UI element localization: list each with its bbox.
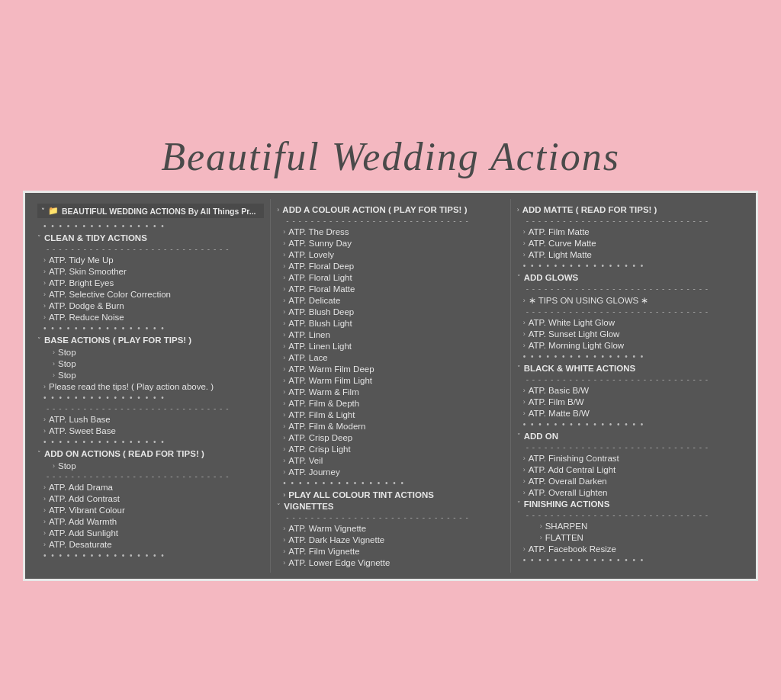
chevron-base: ˅ <box>37 336 41 344</box>
sep-col3-4: - - - - - - - - - - - - - - - - - - - - … <box>517 374 744 384</box>
item-skin-smoother[interactable]: › ATP. Skin Smoother <box>37 265 264 277</box>
vignettes-header[interactable]: ˅ VIGNETTES <box>277 500 503 512</box>
item-flatten[interactable]: › FLATTEN <box>517 531 744 543</box>
bw-actions-header[interactable]: ˅ BLACK & WHITE ACTIONS <box>517 362 744 374</box>
item-linen[interactable]: › ATP. Linen <box>277 329 503 340</box>
stop-3[interactable]: › Stop <box>37 369 264 381</box>
add-on-actions-header[interactable]: ˅ ADD ON ACTIONS ( READ FOR TIPS! ) <box>37 448 264 460</box>
dots-5: • • • • • • • • • • • • • • • • <box>37 550 264 561</box>
item-warm-film-deep[interactable]: › ATP. Warm Film Deep <box>277 363 503 374</box>
item-linen-light[interactable]: › ATP. Linen Light <box>277 340 503 352</box>
sep-col2-2: - - - - - - - - - - - - - - - - - - - - … <box>277 512 503 522</box>
finishing-actions-header[interactable]: ˅ FINISHING ACTIONS <box>517 498 744 510</box>
item-sunset-light-glow[interactable]: › ATP. Sunset Light Glow <box>517 328 744 339</box>
item-finishing-contrast[interactable]: › ATP. Finishing Contrast <box>517 452 744 464</box>
item-warm-vignette[interactable]: › ATP. Warm Vignette <box>277 522 503 534</box>
item-the-dress[interactable]: › ATP. The Dress <box>277 226 503 237</box>
sep-col2-1: - - - - - - - - - - - - - - - - - - - - … <box>277 216 503 226</box>
item-overall-darken[interactable]: › ATP. Overall Darken <box>517 475 744 486</box>
sep-col3-3: - - - - - - - - - - - - - - - - - - - - … <box>517 307 744 316</box>
item-tidy-me-up[interactable]: › ATP. Tidy Me Up <box>37 254 264 265</box>
add-glows-header[interactable]: ˅ ADD GLOWS <box>517 271 744 284</box>
item-morning-light-glow[interactable]: › ATP. Morning Light Glow <box>517 339 744 351</box>
item-add-central-light[interactable]: › ATP. Add Central Light <box>517 464 744 475</box>
add-glows-label: ADD GLOWS <box>524 273 579 282</box>
clean-tidy-label: CLEAN & TIDY ACTIONS <box>44 233 147 242</box>
add-matte-header[interactable]: › ADD MATTE ( READ FOR TIPS! ) <box>517 204 744 216</box>
item-add-drama[interactable]: › ATP. Add Drama <box>37 481 264 493</box>
item-film-depth[interactable]: › ATP. Film & Depth <box>277 397 503 409</box>
item-bright-eyes[interactable]: › ATP. Bright Eyes <box>37 277 264 288</box>
item-veil[interactable]: › ATP. Veil <box>277 454 503 466</box>
sep-col3-2: - - - - - - - - - - - - - - - - - - - - … <box>517 284 744 294</box>
top-folder-label: BEAUTIFUL WEDDING ACTIONS By All Things … <box>62 207 256 216</box>
item-crisp-deep[interactable]: › ATP. Crisp Deep <box>277 432 503 443</box>
item-lower-edge-vignette[interactable]: › ATP. Lower Edge Vignette <box>277 557 503 568</box>
dots-col3-4: • • • • • • • • • • • • • • • • <box>517 554 744 566</box>
item-tips-glows[interactable]: › ∗ TIPS ON USING GLOWS ∗ <box>517 294 744 307</box>
add-on-header[interactable]: ˅ ADD ON <box>517 430 744 442</box>
stop-addon[interactable]: › Stop <box>37 460 264 471</box>
item-warm-film-light[interactable]: › ATP. Warm Film Light <box>277 374 503 386</box>
item-delicate[interactable]: › ATP. Delicate <box>277 294 503 306</box>
item-film-bw[interactable]: › ATP. Film B/W <box>517 396 744 407</box>
item-warm-film[interactable]: › ATP. Warm & Film <box>277 386 503 397</box>
chevron-clean-tidy: ˅ <box>37 234 41 242</box>
clean-tidy-header[interactable]: ˅ CLEAN & TIDY ACTIONS <box>37 232 264 244</box>
item-add-warmth[interactable]: › ATP. Add Warmth <box>37 515 264 527</box>
item-overall-lighten[interactable]: › ATP. Overall Lighten <box>517 486 744 498</box>
column-1: ˅ 📁 BEAUTIFUL WEDDING ACTIONS By All Thi… <box>31 199 271 573</box>
item-film-matte[interactable]: › ATP. Film Matte <box>517 226 744 237</box>
item-selective-color[interactable]: › ATP. Selective Color Correction <box>37 288 264 300</box>
item-journey[interactable]: › ATP. Journey <box>277 466 503 477</box>
item-play-all-colour[interactable]: › PLAY ALL COLOUR TINT ACTIONS <box>277 489 503 500</box>
item-film-light[interactable]: › ATP. Film & Light <box>277 409 503 420</box>
item-lace[interactable]: › ATP. Lace <box>277 352 503 363</box>
item-floral-light[interactable]: › ATP. Floral Light <box>277 271 503 283</box>
item-reduce-noise[interactable]: › ATP. Reduce Noise <box>37 311 264 323</box>
page-title: Beautiful Wedding Actions <box>161 135 620 178</box>
sep-col3-6: - - - - - - - - - - - - - - - - - - - - … <box>517 510 744 520</box>
item-lovely[interactable]: › ATP. Lovely <box>277 249 503 260</box>
dots-2: • • • • • • • • • • • • • • • • <box>37 323 264 334</box>
item-read-tips[interactable]: › Please read the tips! ( Play action ab… <box>37 381 264 392</box>
sep-col3-5: - - - - - - - - - - - - - - - - - - - - … <box>517 442 744 452</box>
item-floral-deep[interactable]: › ATP. Floral Deep <box>277 260 503 271</box>
sep-2: - - - - - - - - - - - - - - - - - - - - … <box>37 403 264 413</box>
title-area: Beautiful Wedding Actions <box>23 119 758 191</box>
sep-3: - - - - - - - - - - - - - - - - - - - - … <box>37 471 264 481</box>
dots-col2-1: • • • • • • • • • • • • • • • • <box>277 477 503 489</box>
item-blush-light[interactable]: › ATP. Blush Light <box>277 317 503 329</box>
chevron-vignettes: ˅ <box>277 503 281 510</box>
item-facebook-resize[interactable]: › ATP. Facebook Resize <box>517 543 744 554</box>
item-add-contrast[interactable]: › ATP. Add Contrast <box>37 493 264 504</box>
item-light-matte[interactable]: › ATP. Light Matte <box>517 249 744 260</box>
add-matte-label: ADD MATTE ( READ FOR TIPS! ) <box>522 205 657 214</box>
item-desaturate[interactable]: › ATP. Desaturate <box>37 538 264 550</box>
item-basic-bw[interactable]: › ATP. Basic B/W <box>517 384 744 396</box>
item-white-light-glow[interactable]: › ATP. White Light Glow <box>517 316 744 328</box>
item-floral-matte[interactable]: › ATP. Floral Matte <box>277 283 503 294</box>
item-curve-matte[interactable]: › ATP. Curve Matte <box>517 237 744 249</box>
stop-2[interactable]: › Stop <box>37 358 264 369</box>
item-film-vignette[interactable]: › ATP. Film Vignette <box>277 545 503 557</box>
item-matte-bw[interactable]: › ATP. Matte B/W <box>517 407 744 419</box>
item-add-sunlight[interactable]: › ATP. Add Sunlight <box>37 527 264 538</box>
item-lush-base[interactable]: › ATP. Lush Base <box>37 413 264 425</box>
item-vibrant-colour[interactable]: › ATP. Vibrant Colour <box>37 504 264 515</box>
sep-1: - - - - - - - - - - - - - - - - - - - - … <box>37 244 264 254</box>
base-actions-header[interactable]: ˅ BASE ACTIONS ( PLAY FOR TIPS! ) <box>37 334 264 346</box>
stop-1[interactable]: › Stop <box>37 346 264 358</box>
dots-col3-3: • • • • • • • • • • • • • • • • <box>517 419 744 430</box>
item-blush-deep[interactable]: › ATP. Blush Deep <box>277 306 503 317</box>
item-crisp-light[interactable]: › ATP. Crisp Light <box>277 443 503 454</box>
add-colour-header[interactable]: › ADD A COLOUR ACTION ( PLAY FOR TIPS! ) <box>277 204 503 216</box>
top-folder-header[interactable]: ˅ 📁 BEAUTIFUL WEDDING ACTIONS By All Thi… <box>37 204 264 218</box>
finishing-actions-label: FINISHING ACTIONS <box>524 499 610 509</box>
item-sweet-base[interactable]: › ATP. Sweet Base <box>37 425 264 436</box>
item-sharpen[interactable]: › SHARPEN <box>517 520 744 531</box>
item-dark-haze-vignette[interactable]: › ATP. Dark Haze Vignette <box>277 534 503 545</box>
item-film-modern[interactable]: › ATP. Film & Modern <box>277 420 503 432</box>
item-sunny-day[interactable]: › ATP. Sunny Day <box>277 237 503 249</box>
item-dodge-burn[interactable]: › ATP. Dodge & Burn <box>37 300 264 311</box>
